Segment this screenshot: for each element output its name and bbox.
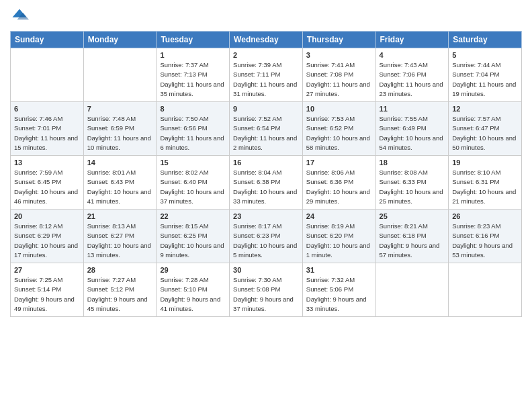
calendar-header-row: SundayMondayTuesdayWednesdayThursdayFrid… (11, 32, 522, 48)
day-info: Sunrise: 7:27 AMSunset: 5:12 PMDaylight:… (87, 275, 153, 314)
day-cell: 4Sunrise: 7:43 AMSunset: 7:06 PMDaylight… (375, 48, 449, 102)
day-cell: 9Sunrise: 7:52 AMSunset: 6:54 PMDaylight… (230, 102, 303, 156)
day-number: 24 (306, 212, 372, 220)
day-cell: 27Sunrise: 7:25 AMSunset: 5:14 PMDayligh… (11, 263, 84, 317)
day-info: Sunrise: 8:21 AMSunset: 6:18 PMDaylight:… (380, 222, 445, 260)
day-info: Sunrise: 7:41 AMSunset: 7:08 PMDaylight:… (306, 60, 372, 99)
day-info: Sunrise: 7:50 AMSunset: 6:56 PMDaylight:… (160, 114, 226, 152)
day-number: 31 (306, 266, 372, 274)
day-info: Sunrise: 7:32 AMSunset: 5:06 PMDaylight:… (306, 275, 372, 314)
day-cell: 15Sunrise: 8:02 AMSunset: 6:40 PMDayligh… (157, 156, 230, 210)
week-row-2: 13Sunrise: 7:59 AMSunset: 6:45 PMDayligh… (11, 156, 522, 210)
day-cell: 1Sunrise: 7:37 AMSunset: 7:13 PMDaylight… (157, 48, 230, 102)
day-cell: 20Sunrise: 8:12 AMSunset: 6:29 PMDayligh… (11, 210, 84, 263)
day-number: 13 (14, 158, 80, 167)
day-number: 29 (160, 266, 226, 274)
header-thursday: Thursday (302, 32, 375, 48)
day-info: Sunrise: 7:48 AMSunset: 6:59 PMDaylight:… (87, 114, 153, 152)
day-cell: 8Sunrise: 7:50 AMSunset: 6:56 PMDaylight… (157, 102, 230, 156)
day-info: Sunrise: 8:02 AMSunset: 6:40 PMDaylight:… (160, 168, 226, 206)
day-number: 26 (452, 212, 518, 220)
day-cell (11, 48, 84, 102)
day-cell: 14Sunrise: 8:01 AMSunset: 6:43 PMDayligh… (83, 156, 157, 210)
day-cell: 10Sunrise: 7:53 AMSunset: 6:52 PMDayligh… (302, 102, 375, 156)
day-info: Sunrise: 7:37 AMSunset: 7:13 PMDaylight:… (160, 60, 226, 99)
day-info: Sunrise: 7:28 AMSunset: 5:10 PMDaylight:… (160, 275, 226, 314)
day-number: 18 (380, 158, 445, 167)
day-info: Sunrise: 7:52 AMSunset: 6:54 PMDaylight:… (233, 114, 299, 152)
day-info: Sunrise: 7:30 AMSunset: 5:08 PMDaylight:… (233, 275, 299, 314)
header-friday: Friday (375, 32, 449, 48)
week-row-0: 1Sunrise: 7:37 AMSunset: 7:13 PMDaylight… (11, 48, 522, 102)
day-cell: 21Sunrise: 8:13 AMSunset: 6:27 PMDayligh… (83, 210, 157, 263)
day-info: Sunrise: 7:57 AMSunset: 6:47 PMDaylight:… (452, 114, 518, 152)
day-info: Sunrise: 7:25 AMSunset: 5:14 PMDaylight:… (14, 275, 80, 314)
day-cell: 17Sunrise: 8:06 AMSunset: 6:36 PMDayligh… (302, 156, 375, 210)
header-tuesday: Tuesday (157, 32, 230, 48)
day-number: 17 (306, 158, 372, 167)
day-cell: 13Sunrise: 7:59 AMSunset: 6:45 PMDayligh… (11, 156, 84, 210)
day-number: 27 (14, 266, 80, 274)
logo (10, 7, 32, 26)
header-saturday: Saturday (449, 32, 522, 48)
day-cell: 16Sunrise: 8:04 AMSunset: 6:38 PMDayligh… (230, 156, 303, 210)
day-info: Sunrise: 8:15 AMSunset: 6:25 PMDaylight:… (160, 222, 226, 260)
header-monday: Monday (83, 32, 157, 48)
day-number: 2 (233, 51, 299, 59)
day-info: Sunrise: 8:13 AMSunset: 6:27 PMDaylight:… (87, 222, 153, 260)
day-number: 19 (452, 158, 518, 167)
calendar-table: SundayMondayTuesdayWednesdayThursdayFrid… (10, 31, 522, 317)
day-cell: 11Sunrise: 7:55 AMSunset: 6:49 PMDayligh… (375, 102, 449, 156)
day-number: 8 (160, 105, 226, 113)
day-info: Sunrise: 8:01 AMSunset: 6:43 PMDaylight:… (87, 168, 153, 206)
day-cell: 18Sunrise: 8:08 AMSunset: 6:33 PMDayligh… (375, 156, 449, 210)
day-info: Sunrise: 8:17 AMSunset: 6:23 PMDaylight:… (233, 222, 299, 260)
day-info: Sunrise: 8:04 AMSunset: 6:38 PMDaylight:… (233, 168, 299, 206)
day-number: 12 (452, 105, 518, 113)
day-number: 28 (87, 266, 153, 274)
day-cell: 12Sunrise: 7:57 AMSunset: 6:47 PMDayligh… (449, 102, 522, 156)
day-number: 20 (14, 212, 80, 220)
calendar-body: 1Sunrise: 7:37 AMSunset: 7:13 PMDaylight… (11, 48, 522, 317)
day-number: 6 (14, 105, 80, 113)
day-cell: 6Sunrise: 7:46 AMSunset: 7:01 PMDaylight… (11, 102, 84, 156)
day-cell: 31Sunrise: 7:32 AMSunset: 5:06 PMDayligh… (302, 263, 375, 317)
day-cell: 29Sunrise: 7:28 AMSunset: 5:10 PMDayligh… (157, 263, 230, 317)
day-info: Sunrise: 7:43 AMSunset: 7:06 PMDaylight:… (380, 60, 445, 99)
day-info: Sunrise: 7:55 AMSunset: 6:49 PMDaylight:… (380, 114, 445, 152)
day-info: Sunrise: 8:12 AMSunset: 6:29 PMDaylight:… (14, 222, 80, 260)
page-header (10, 7, 522, 26)
day-cell: 3Sunrise: 7:41 AMSunset: 7:08 PMDaylight… (302, 48, 375, 102)
day-number: 10 (306, 105, 372, 113)
day-cell: 2Sunrise: 7:39 AMSunset: 7:11 PMDaylight… (230, 48, 303, 102)
day-cell: 5Sunrise: 7:44 AMSunset: 7:04 PMDaylight… (449, 48, 522, 102)
day-number: 14 (87, 158, 153, 167)
day-info: Sunrise: 8:10 AMSunset: 6:31 PMDaylight:… (452, 168, 518, 206)
day-cell: 22Sunrise: 8:15 AMSunset: 6:25 PMDayligh… (157, 210, 230, 263)
day-number: 3 (306, 51, 372, 59)
day-cell: 19Sunrise: 8:10 AMSunset: 6:31 PMDayligh… (449, 156, 522, 210)
week-row-4: 27Sunrise: 7:25 AMSunset: 5:14 PMDayligh… (11, 263, 522, 317)
day-number: 7 (87, 105, 153, 113)
day-number: 4 (380, 51, 445, 59)
day-cell: 25Sunrise: 8:21 AMSunset: 6:18 PMDayligh… (375, 210, 449, 263)
day-cell (83, 48, 157, 102)
day-cell: 28Sunrise: 7:27 AMSunset: 5:12 PMDayligh… (83, 263, 157, 317)
day-cell: 26Sunrise: 8:23 AMSunset: 6:16 PMDayligh… (449, 210, 522, 263)
day-number: 5 (452, 51, 518, 59)
day-info: Sunrise: 8:06 AMSunset: 6:36 PMDaylight:… (306, 168, 372, 206)
day-info: Sunrise: 7:53 AMSunset: 6:52 PMDaylight:… (306, 114, 372, 152)
day-number: 21 (87, 212, 153, 220)
day-number: 11 (380, 105, 445, 113)
day-number: 22 (160, 212, 226, 220)
day-info: Sunrise: 7:59 AMSunset: 6:45 PMDaylight:… (14, 168, 80, 206)
day-info: Sunrise: 7:46 AMSunset: 7:01 PMDaylight:… (14, 114, 80, 152)
day-cell: 7Sunrise: 7:48 AMSunset: 6:59 PMDaylight… (83, 102, 157, 156)
day-info: Sunrise: 8:19 AMSunset: 6:20 PMDaylight:… (306, 222, 372, 260)
day-number: 16 (233, 158, 299, 167)
day-number: 23 (233, 212, 299, 220)
day-info: Sunrise: 7:39 AMSunset: 7:11 PMDaylight:… (233, 60, 299, 99)
week-row-3: 20Sunrise: 8:12 AMSunset: 6:29 PMDayligh… (11, 210, 522, 263)
day-cell: 24Sunrise: 8:19 AMSunset: 6:20 PMDayligh… (302, 210, 375, 263)
day-cell: 30Sunrise: 7:30 AMSunset: 5:08 PMDayligh… (230, 263, 303, 317)
